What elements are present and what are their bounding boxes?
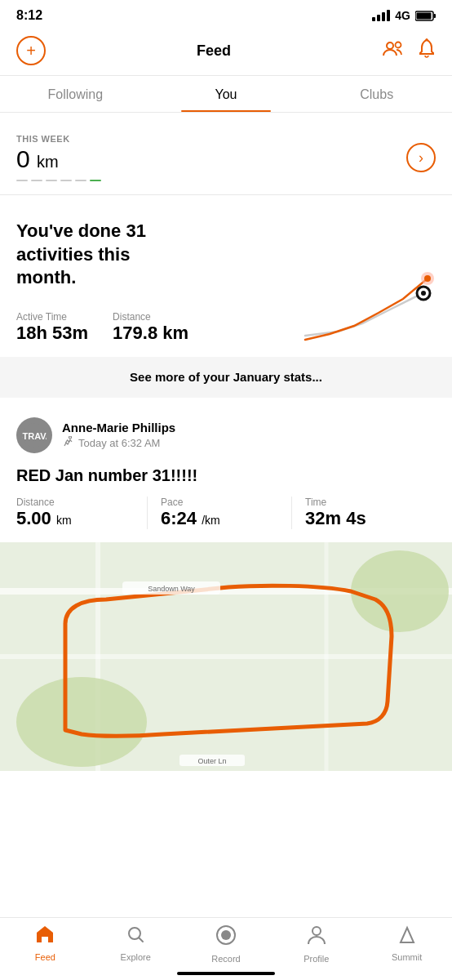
svg-point-4 — [395, 42, 401, 48]
nav-summit[interactable]: Summit — [361, 924, 452, 964]
dash-5 — [75, 180, 86, 181]
svg-point-25 — [221, 930, 231, 940]
activity-time: Today at 6:32 AM — [62, 436, 175, 449]
avatar-strava-logo: STRAVA — [16, 417, 52, 453]
signal-bar-4 — [387, 10, 390, 21]
chart-svg — [297, 262, 444, 352]
monthly-title: You've done 31 activities this month. — [16, 220, 171, 290]
this-week-label: THIS WEEK — [16, 134, 101, 144]
svg-rect-1 — [434, 14, 436, 18]
nav-explore[interactable]: Explore — [91, 924, 181, 964]
home-indicator — [177, 972, 275, 975]
flag-svg-icon — [397, 924, 418, 944]
dash-2 — [31, 180, 42, 181]
signal-bar-1 — [372, 17, 375, 21]
status-icons: 4G — [372, 9, 436, 22]
activity-chart — [297, 262, 444, 344]
this-week-value: 0 km — [16, 145, 101, 173]
svg-text:Outer Ln: Outer Ln — [197, 757, 226, 765]
activity-stats: Distance 5.00 km Pace 6:24 /km Time 32m … — [0, 497, 452, 542]
this-week-arrow-button[interactable]: › — [406, 143, 436, 172]
bell-icon — [418, 38, 436, 58]
dash-3 — [46, 180, 57, 181]
dash-6 — [90, 180, 101, 181]
monthly-stats-section: You've done 31 activities this month. Ac… — [0, 202, 452, 344]
svg-point-3 — [387, 42, 393, 49]
tab-you[interactable]: You — [151, 76, 302, 112]
bottom-spacer — [0, 771, 452, 836]
profile-icon — [307, 924, 326, 951]
svg-point-26 — [312, 927, 321, 935]
home-svg-icon — [34, 924, 55, 944]
dash-1 — [16, 180, 28, 181]
this-week-section: THIS WEEK 0 km › — [0, 119, 452, 195]
person-svg-icon — [307, 924, 326, 946]
activity-card: STRAVA Anne-Marie Phillips Today at 6:32… — [0, 404, 452, 771]
add-button[interactable]: + — [16, 36, 46, 65]
notifications-button[interactable] — [418, 38, 436, 63]
status-time: 8:12 — [16, 8, 42, 23]
svg-point-5 — [425, 38, 428, 41]
home-icon — [34, 924, 55, 949]
tabs: Following You Clubs — [0, 76, 452, 113]
distance-metric: Distance 179.8 km — [113, 311, 188, 344]
svg-marker-27 — [401, 928, 414, 942]
monthly-metrics: Active Time 18h 53m Distance 179.8 km — [16, 290, 297, 344]
nav-feed-label: Feed — [35, 952, 55, 962]
add-icon: + — [26, 42, 36, 60]
see-more-text: See more of your January stats... — [130, 370, 322, 384]
activity-map[interactable]: Sandown Way Outer Ln — [0, 542, 452, 771]
search-svg-icon — [126, 924, 145, 944]
group-button[interactable] — [382, 39, 405, 62]
svg-point-7 — [424, 275, 431, 282]
activity-title[interactable]: RED Jan number 31!!!!! — [0, 463, 452, 497]
svg-point-17 — [16, 677, 147, 767]
activity-stat-time: Time 32m 4s — [291, 497, 436, 529]
svg-point-9 — [421, 291, 426, 296]
strava-logo-icon: STRAVA — [22, 423, 47, 448]
nav-profile-label: Profile — [304, 954, 329, 964]
signal-bar-2 — [377, 15, 380, 21]
chevron-right-icon: › — [419, 149, 423, 167]
summit-icon — [397, 924, 418, 949]
route-map-svg: Sandown Way Outer Ln — [0, 542, 452, 771]
avatar[interactable]: STRAVA — [16, 417, 52, 453]
run-icon — [62, 436, 75, 449]
nav-summit-label: Summit — [392, 952, 422, 962]
record-icon — [215, 924, 237, 951]
this-week-progress — [16, 180, 101, 181]
svg-text:STRAVA: STRAVA — [22, 431, 47, 441]
nav-record-label: Record — [211, 954, 240, 964]
activity-stat-pace: Pace 6:24 /km — [147, 497, 291, 529]
activity-stat-distance: Distance 5.00 km — [16, 497, 147, 529]
header: + Feed — [0, 28, 452, 76]
bottom-nav: Feed Explore Record Profile — [0, 917, 452, 980]
nav-explore-label: Explore — [121, 952, 151, 962]
nav-feed[interactable]: Feed — [0, 924, 91, 964]
signal-bar-3 — [382, 12, 385, 21]
group-icon — [382, 39, 405, 57]
svg-point-18 — [351, 550, 449, 632]
dash-4 — [60, 180, 72, 181]
svg-rect-2 — [417, 12, 432, 19]
activity-header: STRAVA Anne-Marie Phillips Today at 6:32… — [0, 404, 452, 463]
active-time-metric: Active Time 18h 53m — [16, 311, 88, 344]
tab-clubs[interactable]: Clubs — [301, 76, 452, 112]
see-more-banner[interactable]: See more of your January stats... — [0, 357, 452, 398]
nav-profile[interactable]: Profile — [271, 924, 361, 964]
explore-icon — [126, 924, 145, 949]
header-icons — [382, 38, 436, 63]
activity-user-name: Anne-Marie Phillips — [62, 421, 175, 434]
network-type: 4G — [395, 9, 410, 22]
svg-text:Sandown Way: Sandown Way — [148, 585, 195, 593]
battery-icon — [415, 11, 436, 21]
tab-following[interactable]: Following — [0, 76, 151, 112]
header-title: Feed — [197, 42, 231, 60]
nav-record[interactable]: Record — [181, 924, 272, 964]
signal-bars — [372, 10, 390, 21]
status-bar: 8:12 4G — [0, 0, 452, 28]
record-svg-icon — [215, 924, 237, 946]
